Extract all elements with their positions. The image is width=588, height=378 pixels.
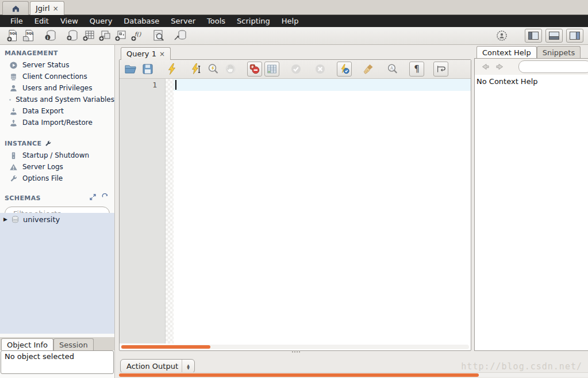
explain-button[interactable] — [206, 62, 221, 77]
pilcrow-icon: ¶ — [414, 64, 420, 74]
tab-object-info[interactable]: Object Info — [1, 338, 53, 350]
account-circle-icon — [495, 29, 508, 42]
refresh-schemas-icon[interactable] — [101, 193, 109, 201]
query-tab[interactable]: Query 1 × — [121, 47, 171, 60]
action-output-select[interactable]: Action Output ▲ ▼ — [120, 359, 195, 373]
sidebar-item-options-file[interactable]: Options File — [0, 173, 114, 184]
sidebar-item-server-logs[interactable]: Server Logs — [0, 161, 114, 173]
svg-text:f(): f() — [134, 31, 141, 37]
menu-help[interactable]: Help — [276, 17, 305, 25]
sql-editor[interactable]: 1 — [120, 79, 471, 343]
sidebar-item-data-export[interactable]: Data Export — [0, 105, 114, 117]
editor-hscroll-thumb[interactable] — [121, 345, 210, 349]
menu-database[interactable]: Database — [118, 17, 165, 25]
explain-plan-icon — [207, 63, 220, 75]
create-function-button[interactable]: f() — [129, 28, 145, 43]
wrap-text-icon — [436, 64, 446, 74]
help-tab-strip: Context Help Snippets — [474, 45, 588, 58]
expand-caret-icon[interactable]: ▶ — [3, 216, 7, 222]
back-arrow-icon[interactable] — [481, 63, 490, 71]
account-circle-button[interactable] — [494, 28, 510, 43]
code-area[interactable] — [174, 79, 471, 343]
home-tab[interactable] — [2, 1, 29, 15]
toggle-right-sidebar-button[interactable] — [566, 29, 583, 43]
spinner-icon[interactable]: ▲ ▼ — [182, 360, 194, 373]
mysql-workbench-window: Jgirl × File Edit View Query Database Se… — [0, 0, 588, 378]
menu-edit[interactable]: Edit — [29, 17, 55, 25]
schemas-section-title: SCHEMAS — [0, 190, 89, 204]
toggle-left-sidebar-button[interactable] — [525, 29, 542, 43]
search-table-icon — [152, 29, 166, 43]
open-script-button[interactable] — [123, 62, 138, 77]
watermark-text: http://blog.csdn.net/ — [461, 361, 582, 372]
find-button[interactable]: A — [385, 62, 400, 77]
execute-button[interactable] — [164, 62, 179, 77]
tab-context-help[interactable]: Context Help — [476, 46, 537, 58]
server-status-icon — [9, 61, 18, 70]
sidebar-item-status-variables[interactable]: Status and System Variables — [0, 94, 114, 105]
schema-icon — [11, 215, 20, 224]
rollback-x-icon — [314, 63, 326, 75]
sidebar-item-server-status[interactable]: Server Status — [0, 59, 114, 71]
home-icon — [11, 4, 21, 13]
menu-view[interactable]: View — [55, 17, 84, 25]
client-connections-icon — [9, 72, 18, 81]
create-table-button[interactable] — [80, 28, 97, 43]
create-schema-button[interactable] — [64, 28, 80, 43]
stop-on-error-icon — [249, 63, 260, 75]
menu-server[interactable]: Server — [165, 17, 201, 25]
navigator-sidebar: MANAGEMENT Server Status Client Connecti… — [0, 45, 115, 378]
search-data-button[interactable] — [151, 28, 167, 43]
toggle-wrap-button[interactable] — [433, 62, 448, 77]
tab-session[interactable]: Session — [53, 338, 94, 350]
panel-resize-grip[interactable] — [292, 350, 300, 353]
new-sql-tab-button[interactable]: SQL — [5, 28, 21, 43]
connection-tab-label: Jgirl — [36, 4, 50, 13]
sidebar-item-client-connections[interactable]: Client Connections — [0, 71, 114, 82]
reconnect-dbms-button[interactable] — [172, 28, 189, 43]
tab-snippets[interactable]: Snippets — [537, 46, 581, 58]
inspect-database-button[interactable]: i — [43, 28, 59, 43]
help-topic-box[interactable] — [518, 60, 588, 73]
toggle-stop-on-error-button[interactable] — [247, 62, 262, 77]
save-script-button[interactable] — [140, 62, 155, 77]
open-folder-icon — [124, 63, 137, 75]
toolbar-right-group — [494, 28, 583, 43]
toggle-bottom-panel-button[interactable] — [545, 29, 563, 43]
sidebar-item-users-privileges[interactable]: Users and Privileges — [0, 82, 114, 94]
fold-margin — [166, 79, 174, 343]
close-icon[interactable]: × — [53, 5, 59, 12]
sql-file-open-icon: SQL — [22, 29, 36, 43]
menu-query[interactable]: Query — [84, 17, 118, 25]
execute-current-button[interactable] — [189, 62, 203, 77]
sidebar-item-startup-shutdown[interactable]: Startup / Shutdown — [0, 150, 114, 161]
broom-icon — [362, 63, 375, 75]
menu-file[interactable]: File — [5, 17, 29, 25]
execute-bolt-icon — [166, 63, 178, 75]
toggle-autocommit-button[interactable] — [337, 62, 352, 77]
menu-tools[interactable]: Tools — [201, 17, 231, 25]
beautify-button[interactable] — [361, 62, 376, 77]
bottom-scroll-thumb[interactable] — [119, 373, 479, 377]
object-info-panel: No object selected — [1, 350, 114, 374]
expand-schemas-icon[interactable] — [89, 193, 97, 201]
sidebar-item-data-import[interactable]: Data Import/Restore — [0, 117, 114, 128]
function-plus-icon: f() — [130, 29, 144, 43]
create-procedure-button[interactable] — [113, 28, 129, 43]
menu-scripting[interactable]: Scripting — [231, 17, 276, 25]
users-icon — [9, 84, 18, 93]
open-sql-script-button[interactable]: SQL — [21, 28, 37, 43]
main-toolbar: SQL SQL i f() — [0, 27, 588, 45]
toggle-invisibles-button[interactable]: ¶ — [409, 62, 424, 77]
forward-arrow-icon[interactable] — [495, 63, 505, 71]
close-icon[interactable]: × — [159, 51, 165, 58]
editor-hscrollbar[interactable] — [121, 345, 469, 349]
schema-node-university[interactable]: ▶ university — [0, 213, 114, 226]
stop-hand-icon — [224, 63, 237, 75]
bottom-scrollbar[interactable] — [119, 372, 588, 377]
startup-shutdown-icon — [9, 151, 18, 160]
limit-rows-button[interactable] — [264, 62, 279, 77]
create-view-button[interactable] — [97, 28, 113, 43]
connection-tab[interactable]: Jgirl × — [30, 1, 64, 15]
sidebar-resize-handle[interactable] — [115, 45, 119, 378]
